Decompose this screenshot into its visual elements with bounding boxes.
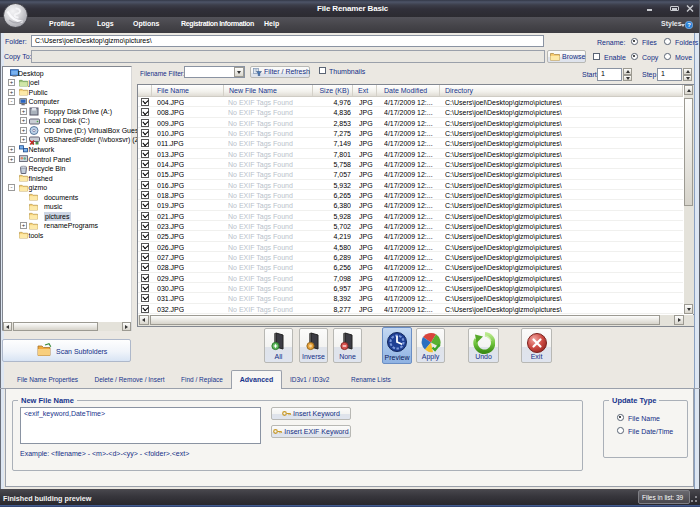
svg-text:?: ?	[687, 22, 691, 28]
